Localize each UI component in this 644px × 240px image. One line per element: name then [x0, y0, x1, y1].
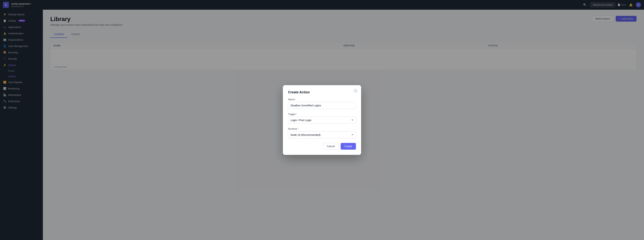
action-name-input[interactable]: [288, 102, 356, 109]
create-button[interactable]: Create: [341, 143, 356, 150]
trigger-required-star: *: [296, 113, 297, 116]
cancel-button[interactable]: Cancel: [323, 143, 339, 150]
modal-title: Create Action: [288, 90, 356, 94]
trigger-field-group: Trigger* Login / Post Login Pre User Reg…: [288, 113, 356, 124]
runtime-select[interactable]: Node 16 (Recommended) Node 18 Node 12: [288, 131, 356, 138]
modal-footer: Cancel Create: [288, 143, 356, 150]
modal-overlay[interactable]: × Create Action Name* Trigger* Login / P…: [0, 0, 644, 240]
modal-close-button[interactable]: ×: [353, 88, 358, 93]
create-action-modal: × Create Action Name* Trigger* Login / P…: [283, 85, 361, 155]
trigger-select[interactable]: Login / Post Login Pre User Registration…: [288, 117, 356, 124]
runtime-label: Runtime*: [288, 128, 356, 130]
trigger-label: Trigger*: [288, 113, 356, 116]
name-required-star: *: [295, 98, 296, 101]
runtime-required-star: *: [298, 128, 298, 130]
name-field-group: Name*: [288, 98, 356, 109]
runtime-field-group: Runtime* Node 16 (Recommended) Node 18 N…: [288, 128, 356, 138]
name-label: Name*: [288, 98, 356, 101]
